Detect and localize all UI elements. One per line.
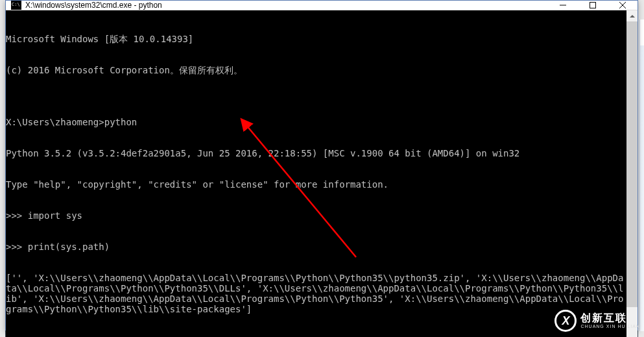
minimize-icon — [560, 2, 566, 8]
terminal-line: >>> print(sys.path) — [6, 242, 626, 252]
watermark: X 创新互联 CHUANG XIN HU LIAN — [555, 310, 640, 332]
watermark-text: 创新互联 CHUANG XIN HU LIAN — [580, 312, 640, 330]
background-window-fragment-right — [639, 19, 644, 331]
svg-rect-1 — [590, 3, 596, 8]
terminal-content[interactable]: Microsoft Windows [版本 10.0.14393] (c) 20… — [6, 10, 626, 337]
svg-marker-6 — [630, 15, 635, 18]
minimize-button[interactable] — [548, 1, 578, 10]
chevron-up-icon — [630, 15, 635, 18]
terminal-line: ['', 'X:\\Users\\zhaomeng\\AppData\\Loca… — [6, 273, 626, 314]
terminal-line: Microsoft Windows [版本 10.0.14393] — [6, 34, 626, 44]
cmd-window: X:\windows\system32\cmd.exe - python Mic… — [5, 0, 638, 331]
terminal-line: (c) 2016 Microsoft Corporation。保留所有权利。 — [6, 65, 626, 75]
cmd-icon — [11, 1, 21, 10]
maximize-icon — [590, 2, 596, 8]
terminal-line: X:\Users\zhaomeng>python — [6, 117, 626, 127]
watermark-text-cn: 创新互联 — [580, 312, 640, 324]
scroll-thumb[interactable] — [626, 21, 638, 307]
watermark-text-en: CHUANG XIN HU LIAN — [580, 324, 640, 329]
watermark-logo: X — [555, 310, 577, 332]
window-title: X:\windows\system32\cmd.exe - python — [25, 1, 548, 10]
titlebar[interactable]: X:\windows\system32\cmd.exe - python — [6, 1, 638, 10]
terminal-line: >>> import sys — [6, 210, 626, 221]
vertical-scrollbar[interactable] — [626, 10, 638, 337]
maximize-button[interactable] — [578, 1, 608, 10]
svg-line-5 — [246, 125, 356, 257]
scroll-up-button[interactable] — [626, 10, 638, 21]
close-button[interactable] — [608, 1, 638, 10]
window-controls — [548, 1, 638, 10]
terminal-line: Python 3.5.2 (v3.5.2:4def2a2901a5, Jun 2… — [6, 148, 626, 158]
close-icon — [619, 2, 626, 8]
terminal-area: Microsoft Windows [版本 10.0.14393] (c) 20… — [6, 10, 638, 337]
terminal-line: Type "help", "copyright", "credits" or "… — [6, 179, 626, 190]
